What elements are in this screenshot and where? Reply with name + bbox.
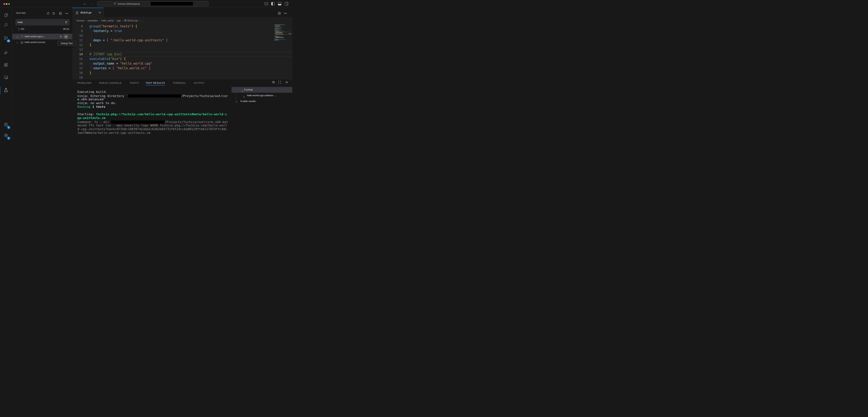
toggle-primary-sidebar-icon[interactable] [271, 2, 275, 5]
test-filter-input[interactable] [18, 20, 62, 25]
activity-item-extensions[interactable] [2, 62, 10, 69]
test-output-log[interactable]: Executing build.ninja: Entering director… [78, 90, 232, 140]
activity-item-testing[interactable] [2, 87, 10, 94]
code-line: } [90, 71, 91, 75]
workspace-title: fuchsia (Workspace) [118, 2, 140, 5]
run-debug-icon [4, 50, 8, 56]
output-line: 1ee79#meta/hello-world-cpp-unittests.cm [78, 131, 232, 135]
breadcrumb-item[interactable]: examples [87, 19, 98, 22]
code-line: ··testonly = true [90, 29, 122, 33]
debug-test-tooltip: Debug Test [57, 41, 76, 46]
panel-tab-terminal[interactable]: TERMINAL [173, 79, 186, 87]
breadcrumb-item[interactable]: BUILD.gn [124, 19, 138, 22]
minimize-window-button[interactable] [6, 3, 7, 5]
extensions-icon [4, 63, 8, 68]
code-line: ··output_name = "hello_world_cpp" [90, 61, 153, 66]
activity-item-explorer[interactable] [2, 12, 10, 19]
code-line: ··sources = [ "hello_world.cc" ] [90, 66, 151, 71]
toggle-panel-icon[interactable] [278, 2, 281, 5]
toggle-secondary-sidebar-icon[interactable] [285, 2, 288, 5]
badge: 1 [7, 137, 10, 140]
panel-tab-ports[interactable]: PORTS [130, 79, 139, 87]
filter-icon[interactable] [65, 21, 68, 24]
output-line: Running 1 tests [78, 105, 232, 109]
breadcrumb-separator: › [115, 20, 116, 22]
sidebar-title: TESTING [16, 12, 26, 14]
navigate-back-button[interactable]: ← [83, 1, 87, 6]
result-row[interactable]: Fuchsia [231, 87, 292, 93]
zoom-window-button[interactable] [8, 3, 10, 5]
test-name-label: hello-world-rust-tes [25, 41, 45, 43]
close-tab-icon[interactable]: ✕ [98, 11, 102, 15]
activity-item-search[interactable] [2, 22, 10, 29]
tab-build-gn[interactable]: BUILD.gn ✕ [72, 8, 104, 18]
line-number: 13 [72, 47, 83, 52]
close-window-button[interactable] [3, 3, 5, 5]
output-line: ninja: no work to do. [78, 101, 232, 105]
search-icon [4, 23, 8, 28]
remote-explorer-icon [4, 75, 8, 81]
chevron-right-icon[interactable] [235, 100, 238, 104]
test-progress-count: 0/1 [21, 28, 24, 30]
output-line [78, 109, 232, 112]
breadcrumb-item[interactable]: ... [141, 19, 143, 22]
panel-tab-test-results[interactable]: TEST RESULTS [146, 79, 165, 87]
activity-item-remote-explorer[interactable] [2, 74, 10, 81]
line-number: 10 [72, 33, 83, 38]
output-line: d-cpp-unittests?hash=97358c1883974e3da2c… [78, 127, 232, 131]
line-number: 8 [72, 24, 83, 29]
activity-item-settings[interactable]: 1 [2, 132, 10, 139]
output-line: pp-unittests.cm [78, 116, 232, 120]
more-actions-icon[interactable] [65, 11, 69, 15]
result-label: hello-world-cpp-unittests ·... [247, 94, 277, 97]
running-spinner-icon [21, 35, 23, 37]
chevron-down-icon[interactable] [16, 41, 18, 45]
breadcrumb-item[interactable]: hello_world [101, 19, 114, 22]
result-row[interactable]: 6 older results [231, 99, 292, 104]
test-filter-box [16, 19, 69, 25]
minimap[interactable] [274, 24, 291, 41]
split-editor-icon[interactable] [277, 11, 281, 15]
minimap-line [274, 40, 279, 41]
output-line: Starting: fuchsia-pkg://fuchsia.com/hell… [78, 112, 232, 116]
breadcrumb-item[interactable]: cpp [117, 19, 121, 22]
cancel-test-run-icon[interactable] [52, 11, 56, 15]
activity-item-accounts[interactable]: 2 [2, 121, 10, 129]
breadcrumb-separator: › [99, 20, 100, 22]
show-output-icon[interactable] [58, 11, 62, 15]
code-editor[interactable]: 8group("hermetic_tests") {9··testonly = … [72, 24, 292, 79]
minimap-line [275, 32, 283, 33]
navigate-forward-button[interactable]: → [89, 1, 94, 6]
editor-tab-bar: BUILD.gn ✕ [72, 8, 292, 17]
result-label: Fuchsia [244, 88, 253, 91]
run-test-icon[interactable] [59, 34, 63, 39]
refresh-tests-icon[interactable] [46, 11, 50, 15]
panel-tab-problems[interactable]: PROBLEMS [77, 79, 92, 87]
code-line: ··deps = [ ":hello-world-cpp-unittests" … [90, 38, 168, 43]
explorer-icon [4, 13, 8, 18]
activity-item-run-debug[interactable] [2, 49, 10, 57]
test-run-status: 0/1 30.2s [12, 27, 72, 32]
active-view-indicator [0, 87, 0, 94]
title-bar: ← → fuchsia (Workspace) [0, 0, 292, 7]
activity-item-source-control[interactable]: 11 [2, 35, 10, 42]
result-row[interactable]: hello-world-cpp-unittests ·... [231, 93, 292, 99]
bottom-panel: PROBLEMSDEBUG CONSOLEPORTSTEST RESULTSTE… [72, 79, 292, 140]
testing-sidebar: TESTING 0/1 30.2s hello-world-cpp-u...he… [12, 8, 72, 140]
gn-file-icon [76, 11, 79, 15]
breadcrumb-item[interactable]: fuchsia [76, 19, 84, 22]
panel-tab-output[interactable]: OUTPUT [194, 79, 205, 87]
minimap-line [276, 34, 284, 35]
redacted-text [128, 94, 181, 98]
output-line: anced ffx test run --max-severity-logs W… [78, 124, 232, 127]
chevron-down-icon[interactable] [16, 36, 18, 39]
editor-scrollbar-thumb[interactable] [288, 33, 291, 34]
breadcrumb-separator: › [139, 20, 140, 22]
panel-tab-debug-console[interactable]: DEBUG CONSOLE [99, 79, 122, 87]
debug-test-icon[interactable] [64, 34, 68, 39]
command-center-search[interactable]: fuchsia (Workspace) [97, 1, 209, 6]
editor-more-actions-icon[interactable] [283, 11, 287, 15]
customize-layout-icon[interactable] [265, 2, 268, 5]
test-tree-row[interactable]: hello-world-cpp-u... [12, 34, 72, 39]
minimap-line [275, 38, 284, 38]
